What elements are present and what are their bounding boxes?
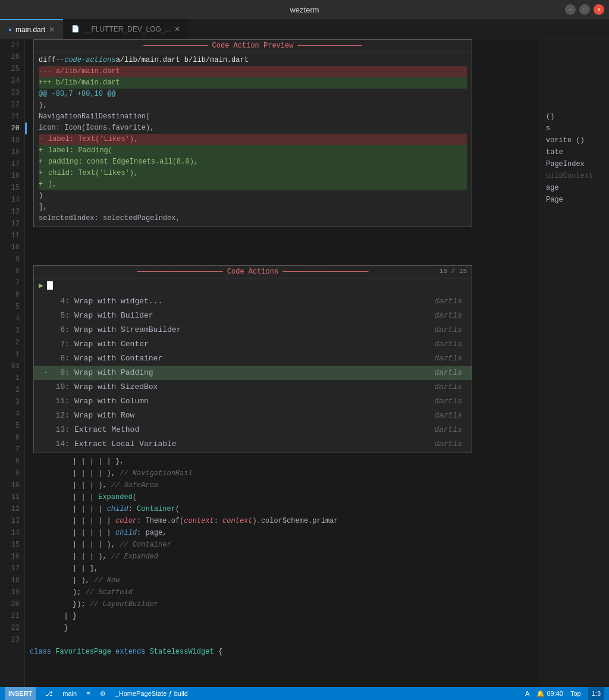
code-line-b8: | | | | | },	[25, 456, 541, 467]
tab-label-flutter: __FLUTTER_DEV_LOG_...	[83, 25, 171, 33]
close-button[interactable]: ✕	[594, 4, 604, 15]
ca-num-8: 8:	[53, 353, 70, 365]
status-breadcrumb: _HomePageState ƒ build	[115, 690, 188, 697]
ca-item-6[interactable]: 6: Wrap with StreamBuilder dartls	[34, 323, 472, 337]
ca-item-12[interactable]: 12: Wrap with Row dartls	[34, 409, 472, 423]
ca-header: ──────────────────── Code Actions ──────…	[34, 266, 472, 278]
ln-10: 10	[0, 241, 20, 253]
diff-file-b: +++ b/lib/main.dart	[39, 77, 467, 89]
code-line-b23	[25, 634, 541, 646]
status-branch: main	[62, 690, 77, 697]
preview-code: diff --code-actions a/lib/main.dart b/li…	[34, 52, 472, 227]
ln-5: 5	[0, 301, 20, 313]
code-line-b14: | | | | | child: page,	[25, 527, 541, 539]
ca-item-5[interactable]: 5: Wrap with Builder dartls	[34, 309, 472, 323]
ca-input-row[interactable]: ▶	[34, 278, 472, 293]
minimize-button[interactable]: ─	[565, 4, 576, 15]
ln-23: 23	[0, 87, 20, 99]
ca-source-8: dartls	[434, 353, 462, 365]
tab-main-dart[interactable]: ● main.dart ✕	[0, 19, 63, 39]
ln-6: 6	[0, 289, 20, 301]
ln-9: 9	[0, 253, 20, 265]
ln-8: 8	[0, 265, 20, 277]
main-content: 27 26 25 24 23 22 21 20 19 18 17 16 15 1…	[0, 39, 609, 687]
ca-bullet-9: ·	[43, 367, 51, 379]
code-column[interactable]: W ─────────────── Code Action Preview ──…	[25, 39, 541, 687]
ln-83: 83	[0, 360, 20, 372]
diff-ctx3: icon: Icon(Icons.favorite),	[39, 123, 467, 134]
ca-item-14[interactable]: 14: Extract Local Variable dartls	[34, 437, 472, 451]
tab-close-flutter[interactable]: ✕	[174, 25, 180, 33]
tab-label-main: main.dart	[15, 26, 45, 34]
ln-7: 7	[0, 277, 20, 289]
ln-11: 11	[0, 230, 20, 241]
tabbar: ● main.dart ✕ 📄 __FLUTTER_DEV_LOG_... ✕	[0, 19, 609, 39]
code-actions-overlay: ──────────────────── Code Actions ──────…	[33, 265, 472, 453]
ca-list: 4: Wrap with widget... dartls 5: Wrap wi…	[34, 293, 472, 453]
window-controls: ─ □ ✕	[565, 4, 604, 15]
right-item-tate: tate	[541, 146, 609, 158]
ln-2: 2	[0, 337, 20, 349]
ln-20: 20	[0, 123, 20, 134]
titlebar-title: wezterm	[290, 5, 319, 14]
ln-b11: 11	[0, 491, 20, 503]
tab-flutter-log[interactable]: 📄 __FLUTTER_DEV_LOG_... ✕	[63, 19, 189, 39]
right-item-pageindex: PageIndex	[541, 158, 609, 170]
ca-source-11: dartls	[434, 395, 462, 407]
ln-b21: 21	[0, 610, 20, 622]
ca-label-11: Wrap with Column	[74, 395, 429, 407]
line-numbers: 27 26 25 24 23 22 21 20 19 18 17 16 15 1…	[0, 39, 25, 687]
right-item-vorite: vorite ()	[541, 134, 609, 146]
ln-18: 18	[0, 146, 20, 158]
ca-label-7: Wrap with Center	[74, 338, 429, 350]
diff-added-close: + ),	[39, 179, 467, 190]
ca-source-7: dartls	[434, 338, 462, 350]
status-line-col: 1:3	[588, 687, 604, 700]
ca-source-9: dartls	[434, 367, 462, 379]
ca-item-4[interactable]: 4: Wrap with widget... dartls	[34, 294, 472, 309]
ca-item-8[interactable]: 8: Wrap with Container dartls	[34, 351, 472, 366]
diff-ctx1: ),	[39, 100, 467, 111]
status-position: Top	[570, 690, 581, 697]
ln-b18: 18	[0, 575, 20, 586]
ca-item-10[interactable]: 10: Wrap with SizedBox dartls	[34, 380, 472, 394]
bottom-code-area: | | | | | | selectedPageIndex = value; |…	[25, 432, 541, 658]
maximize-button[interactable]: □	[579, 4, 590, 15]
ln-3: 3	[0, 325, 20, 337]
tab-close-main[interactable]: ✕	[49, 26, 55, 34]
ln-15: 15	[0, 182, 20, 194]
diff-ctx6: selectedIndex: selectedPageIndex,	[39, 213, 467, 224]
ln-b23: 23	[0, 634, 20, 646]
diff-added-label: + label: Padding(	[39, 145, 467, 156]
diff-cmd: diff --code-actions a/lib/main.dart b/li…	[39, 55, 467, 66]
ln-4: 4	[0, 313, 20, 325]
ca-item-11[interactable]: 11: Wrap with Column dartls	[34, 394, 472, 409]
ln-b16: 16	[0, 551, 20, 563]
diff-added-child: + child: Text('Likes'),	[39, 168, 467, 179]
ln-14: 14	[0, 194, 20, 206]
ca-label-14: Extract Local Variable	[74, 438, 429, 450]
ln-b1: 1	[0, 372, 20, 384]
ca-item-7[interactable]: 7: Wrap with Center dartls	[34, 337, 472, 351]
ca-num-12: 12:	[53, 410, 70, 422]
code-line-b9: | | | | ), // NavigationRail	[25, 467, 541, 479]
diff-file-a: --- a/lib/main.dart	[39, 66, 467, 77]
ca-item-13[interactable]: 13: Extract Method dartls	[34, 423, 472, 437]
titlebar: wezterm ─ □ ✕	[0, 0, 609, 19]
code-action-preview: ─────────────── Code Action Preview ────…	[33, 39, 472, 227]
ln-16: 16	[0, 170, 20, 182]
status-right: A 🔔 09:40 Top 1:3	[525, 687, 604, 700]
ca-num-10: 10:	[53, 381, 70, 393]
diff-hunk: @@ -80,7 +80,10 @@	[39, 89, 467, 100]
ln-21: 21	[0, 111, 20, 123]
ca-num-6: 6:	[53, 324, 70, 336]
code-line-b17: | | ],	[25, 563, 541, 575]
ca-cursor	[47, 281, 53, 290]
ca-label-8: Wrap with Container	[74, 353, 429, 365]
ln-b10: 10	[0, 479, 20, 491]
ca-item-9[interactable]: · 9: Wrap with Padding dartls	[34, 366, 472, 380]
diff-ctx4: )	[39, 190, 467, 202]
diff-ctx2: NavigationRailDestination(	[39, 111, 467, 123]
code-line-b19: ); // Scaffold	[25, 586, 541, 598]
ca-label-13: Extract Method	[74, 424, 429, 436]
